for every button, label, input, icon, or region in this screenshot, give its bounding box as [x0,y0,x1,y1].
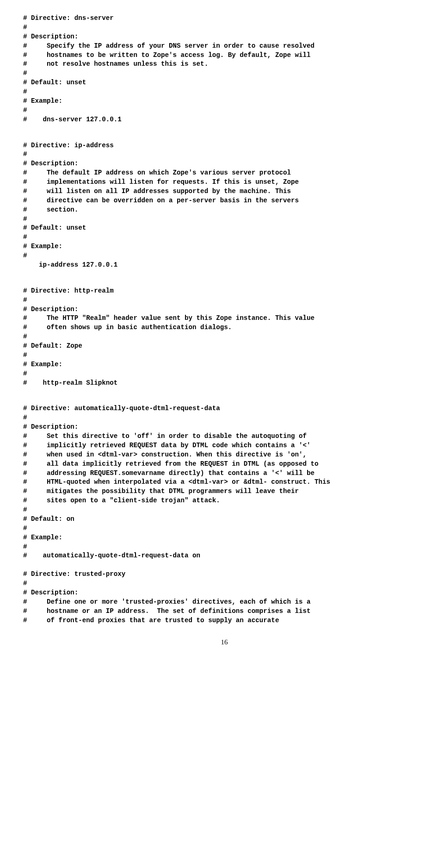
config-block-trusted-proxy: # Directive: trusted-proxy # # Descripti… [23,570,426,625]
config-block-autoquote: # Directive: automatically-quote-dtml-re… [23,404,426,561]
config-block-http-realm: # Directive: http-realm # # Description:… [23,287,426,388]
config-block-dns-server: # Directive: dns-server # # Description:… [23,14,426,125]
config-block-ip-address: # Directive: ip-address # # Description:… [23,141,426,270]
page-number: 16 [23,637,426,647]
